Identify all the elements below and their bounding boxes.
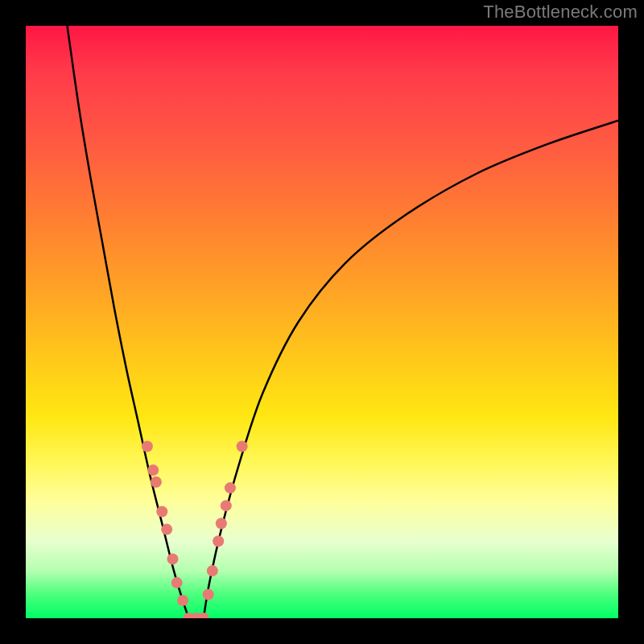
marker-group [142, 441, 248, 618]
plot-area [26, 26, 618, 618]
data-marker [142, 441, 153, 452]
data-marker [207, 565, 218, 576]
data-marker [147, 464, 159, 476]
data-marker [225, 482, 236, 493]
data-marker [237, 441, 248, 452]
data-marker [203, 589, 214, 601]
data-marker [171, 577, 183, 588]
data-marker [198, 613, 209, 618]
data-marker [177, 595, 188, 606]
chart-frame: TheBottleneck.com [0, 0, 644, 644]
watermark-text: TheBottleneck.com [483, 2, 638, 23]
data-marker [156, 506, 167, 518]
data-marker [216, 518, 227, 529]
data-marker [161, 524, 172, 535]
data-marker [221, 500, 232, 511]
right-curve [204, 121, 618, 618]
chart-svg [26, 26, 618, 618]
data-marker [151, 477, 162, 488]
data-marker [213, 535, 224, 547]
data-marker [167, 553, 179, 564]
